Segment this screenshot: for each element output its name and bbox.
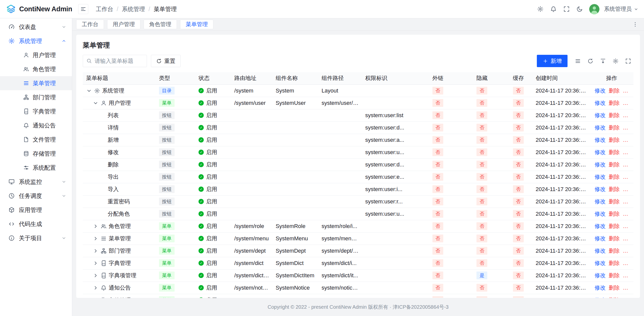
cube-icon bbox=[8, 207, 15, 213]
sidebar-item-system-monitor[interactable]: 系统监控 bbox=[0, 175, 72, 189]
modify-link[interactable]: 修改 bbox=[594, 284, 606, 292]
sidebar-item-dept-management[interactable]: 部门管理 bbox=[0, 90, 72, 104]
modify-link[interactable]: 修改 bbox=[594, 235, 606, 242]
modify-link[interactable]: 修改 bbox=[594, 247, 606, 255]
toolbar: 重置 新增 bbox=[83, 55, 633, 67]
modify-link[interactable]: 修改 bbox=[594, 149, 606, 156]
modify-link[interactable]: 修改 bbox=[594, 161, 606, 168]
delete-link[interactable]: 删除 bbox=[609, 161, 620, 168]
delete-link[interactable]: 删除 bbox=[609, 222, 620, 230]
expand-down-icon[interactable] bbox=[86, 88, 92, 94]
table-fullscreen-button[interactable] bbox=[623, 56, 633, 66]
delete-link[interactable]: 删除 bbox=[609, 124, 620, 131]
cell-permission bbox=[362, 294, 416, 298]
expand-right-icon[interactable] bbox=[93, 260, 99, 266]
breadcrumb-item[interactable]: 菜单管理 bbox=[154, 5, 177, 13]
tab-workbench[interactable]: 工作台 bbox=[76, 20, 104, 29]
delete-link[interactable]: 删除 bbox=[609, 149, 620, 156]
modify-link[interactable]: 修改 bbox=[594, 259, 606, 267]
delete-link[interactable]: 删除 bbox=[609, 173, 620, 181]
sidebar-item-dict-management[interactable]: 字典管理 bbox=[0, 104, 72, 118]
delete-link[interactable]: 删除 bbox=[609, 272, 620, 279]
search-input[interactable] bbox=[83, 55, 147, 67]
sidebar-item-dashboard[interactable]: 仪表盘 bbox=[0, 20, 72, 34]
delete-link[interactable]: 删除 bbox=[609, 136, 620, 144]
modify-link[interactable]: 修改 bbox=[594, 272, 606, 279]
modify-link[interactable]: 修改 bbox=[594, 99, 606, 107]
cell-type: 按钮 bbox=[156, 195, 195, 208]
fullscreen-icon bbox=[563, 6, 570, 12]
sidebar-item-task-schedule[interactable]: 任务调度 bbox=[0, 189, 72, 203]
density-button[interactable] bbox=[573, 56, 583, 66]
menu-title-cell: 删除 bbox=[86, 161, 152, 168]
notifications-button[interactable] bbox=[548, 4, 559, 15]
modify-link[interactable]: 修改 bbox=[594, 222, 606, 230]
expand-right-icon[interactable] bbox=[93, 273, 99, 279]
delete-link[interactable]: 删除 bbox=[609, 87, 620, 95]
user-name[interactable]: 系统管理员 bbox=[604, 5, 632, 13]
row-height-button[interactable] bbox=[598, 56, 608, 66]
breadcrumb-item[interactable]: 工作台 bbox=[96, 5, 113, 13]
sidebar-item-code-generation[interactable]: 代码生成 bbox=[0, 217, 72, 231]
delete-link[interactable]: 删除 bbox=[609, 198, 620, 205]
sidebar-collapse-button[interactable] bbox=[78, 4, 88, 14]
cell-status: ✓启用 bbox=[195, 109, 231, 121]
delete-link[interactable]: 删除 bbox=[609, 210, 620, 218]
delete-link[interactable]: 删除 bbox=[609, 247, 620, 255]
fullscreen-button[interactable] bbox=[561, 4, 572, 15]
sidebar-item-system-config[interactable]: 系统配置 bbox=[0, 161, 72, 175]
tab-menu-management[interactable]: 菜单管理 bbox=[180, 20, 213, 29]
tab-role-management[interactable]: 角色管理 bbox=[144, 20, 177, 29]
modify-link[interactable]: 修改 bbox=[594, 124, 606, 131]
sidebar-item-system-management[interactable]: 系统管理 bbox=[0, 34, 72, 48]
expand-down-icon[interactable] bbox=[93, 100, 99, 106]
add-button[interactable]: 新增 bbox=[537, 55, 568, 67]
cell-hidden: 否 bbox=[460, 134, 504, 146]
sidebar-item-menu-management[interactable]: 菜单管理 bbox=[0, 76, 72, 90]
sidebar-item-file-management[interactable]: 文件管理 bbox=[0, 132, 72, 147]
modify-link[interactable]: 修改 bbox=[594, 210, 606, 218]
sidebar-item-user-management[interactable]: 用户管理 bbox=[0, 48, 72, 62]
tab-user-management[interactable]: 用户管理 bbox=[107, 20, 140, 29]
delete-link[interactable]: 删除 bbox=[609, 99, 620, 107]
delete-link[interactable]: 删除 bbox=[609, 284, 620, 292]
modify-link[interactable]: 修改 bbox=[594, 173, 606, 181]
status-cell: ✓启用 bbox=[198, 87, 228, 95]
type-badge: 按钮 bbox=[159, 124, 175, 132]
app-logo[interactable]: ContiNew Admin bbox=[0, 4, 72, 14]
cell-route: /system/dept bbox=[231, 245, 272, 257]
sidebar-item-app-management[interactable]: 应用管理 bbox=[0, 203, 72, 217]
reset-button[interactable]: 重置 bbox=[151, 55, 181, 67]
cached-badge: 否 bbox=[513, 99, 524, 107]
modify-link[interactable]: 修改 bbox=[594, 112, 606, 119]
table-row: 修改按钮✓启用system:user:u...否否否2024-11-17 20:… bbox=[83, 146, 633, 158]
breadcrumb-item[interactable]: 系统管理 bbox=[122, 5, 145, 13]
delete-link[interactable]: 删除 bbox=[609, 186, 620, 193]
modify-link[interactable]: 修改 bbox=[594, 87, 606, 95]
table-row: 导出按钮✓启用system:user:e...否否否2024-11-17 20:… bbox=[83, 171, 633, 183]
modify-link[interactable]: 修改 bbox=[594, 198, 606, 205]
expand-right-icon[interactable] bbox=[93, 223, 99, 229]
column-settings-button[interactable] bbox=[610, 56, 621, 66]
modify-link[interactable]: 修改 bbox=[594, 186, 606, 193]
delete-link[interactable]: 删除 bbox=[609, 112, 620, 119]
modify-link[interactable]: 修改 bbox=[594, 136, 606, 144]
tabs-more-button[interactable] bbox=[630, 20, 640, 29]
sidebar-item-about-project[interactable]: 关于项目 bbox=[0, 231, 72, 245]
user-avatar[interactable] bbox=[589, 4, 599, 14]
sidebar-item-notice[interactable]: 通知公告 bbox=[0, 118, 72, 132]
sidebar-item-role-management[interactable]: 角色管理 bbox=[0, 62, 72, 76]
menu-title: 菜单管理 bbox=[109, 235, 131, 242]
column-header-cached: 缓存 bbox=[504, 72, 533, 84]
expand-right-icon[interactable] bbox=[93, 248, 99, 254]
dark-mode-button[interactable] bbox=[574, 4, 585, 15]
sidebar-item-storage-management[interactable]: 存储管理 bbox=[0, 147, 72, 161]
delete-link[interactable]: 删除 bbox=[609, 259, 620, 267]
settings-button[interactable] bbox=[535, 4, 546, 15]
table-refresh-button[interactable] bbox=[585, 56, 596, 66]
expand-right-icon[interactable] bbox=[93, 285, 99, 291]
type-badge: 菜单 bbox=[159, 99, 175, 107]
book-icon bbox=[101, 260, 107, 266]
expand-right-icon[interactable] bbox=[93, 236, 99, 242]
delete-link[interactable]: 删除 bbox=[609, 235, 620, 242]
